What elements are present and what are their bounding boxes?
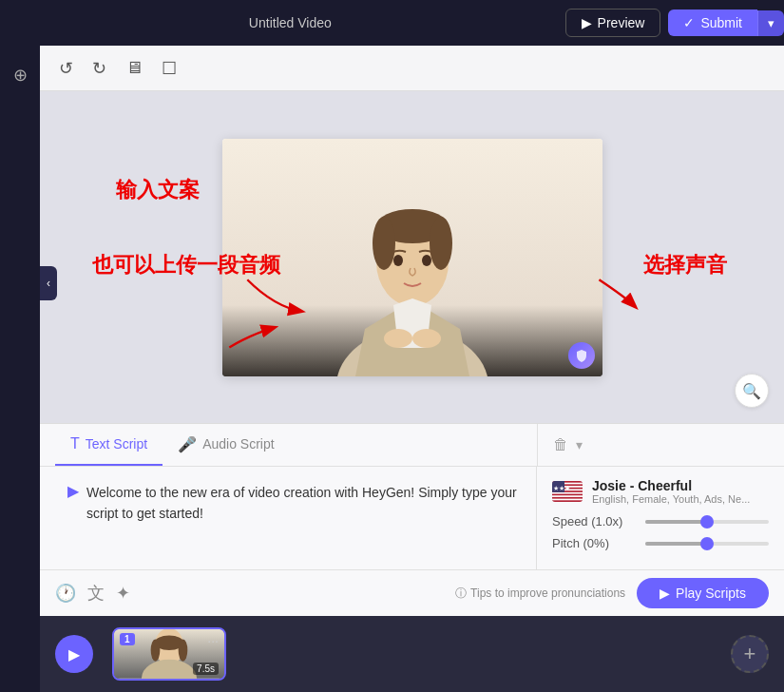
- canvas-area: 🔍 也可以上传一段音频 选择声音 输入文案: [40, 91, 784, 423]
- play-scripts-button[interactable]: ▶ Play Scripts: [637, 578, 769, 608]
- voice-panel: ★★★ Josie - Cheerful English, Female, Yo…: [537, 467, 784, 569]
- avatar-svg: [222, 139, 602, 376]
- zoom-button[interactable]: 🔍: [735, 374, 769, 408]
- svg-point-10: [412, 329, 441, 348]
- zoom-icon: 🔍: [742, 382, 761, 400]
- svg-point-5: [373, 217, 395, 270]
- info-icon: ⓘ: [455, 586, 467, 602]
- svg-point-8: [422, 255, 431, 266]
- left-sidebar: ⊕: [0, 46, 40, 692]
- content-area: ↺ ↻ 🖥 ☐: [40, 46, 784, 692]
- pitch-slider-track: [645, 542, 769, 546]
- voice-name: Josie - Cheerful: [592, 478, 769, 493]
- voice-chevron-button[interactable]: ▾: [576, 437, 583, 452]
- play-scripts-icon: ▶: [660, 586, 670, 601]
- tab-audio-script[interactable]: 🎤 Audio Script: [163, 424, 289, 466]
- tab-text-script[interactable]: T Text Script: [55, 424, 163, 466]
- script-bottom-row: 🕐 文 ✦ ⓘ Tips to improve pronunciations ▶…: [40, 569, 784, 616]
- timeline-play-button[interactable]: ▶: [55, 635, 93, 673]
- heygen-watermark: [568, 342, 595, 369]
- voice-info: Josie - Cheerful English, Female, Youth,…: [592, 478, 769, 505]
- timeline: ▶: [40, 616, 784, 692]
- script-tabs: T Text Script 🎤 Audio Script: [40, 424, 537, 466]
- script-text-area: ▶ Welcome to the new era of video creati…: [40, 467, 537, 569]
- translate-icon[interactable]: 文: [87, 582, 105, 605]
- script-content-row: ▶ Welcome to the new era of video creati…: [40, 467, 784, 569]
- svg-rect-15: [552, 492, 583, 494]
- video-canvas: [222, 139, 602, 376]
- square-button[interactable]: ☐: [158, 54, 181, 83]
- speed-slider-thumb[interactable]: [700, 515, 714, 529]
- clip-duration: 7.5s: [193, 663, 219, 675]
- pitch-label: Pitch (0%): [552, 536, 638, 550]
- check-icon: ✓: [683, 15, 695, 30]
- chevron-down-icon: ▾: [768, 16, 774, 30]
- pitch-slider-thumb[interactable]: [700, 537, 714, 550]
- redo-button[interactable]: ↻: [88, 54, 110, 83]
- script-play-icon[interactable]: ▶: [67, 482, 79, 500]
- voice-item[interactable]: ★★★ Josie - Cheerful English, Female, Yo…: [552, 478, 769, 505]
- annotation-input: 输入文案: [116, 176, 200, 204]
- main-layout: ⊕ ‹ ↺ ↻ 🖥 ☐: [0, 46, 784, 692]
- svg-rect-17: [552, 499, 583, 501]
- speed-slider-fill: [645, 520, 707, 524]
- script-panel: T Text Script 🎤 Audio Script 🗑 ▾: [40, 423, 784, 616]
- submit-dropdown-button[interactable]: ▾: [757, 10, 784, 36]
- mic-icon: 🎤: [178, 435, 197, 453]
- timeline-clip[interactable]: 1 7.5s ···: [112, 627, 226, 681]
- svg-point-7: [393, 255, 403, 266]
- sidebar-icon-1[interactable]: ⊕: [13, 65, 28, 86]
- pitch-slider-fill: [645, 542, 707, 546]
- sidebar-collapse-button[interactable]: ‹: [40, 266, 57, 300]
- video-title: Untitled Video: [249, 15, 332, 30]
- speed-slider-row: Speed (1.0x): [552, 514, 769, 529]
- speed-slider-track: [645, 520, 769, 524]
- svg-point-9: [384, 329, 412, 348]
- toolbar: ↺ ↻ 🖥 ☐: [40, 46, 784, 91]
- script-content[interactable]: Welcome to the new era of video creation…: [86, 482, 521, 525]
- flag-us-icon: ★★★: [552, 481, 583, 502]
- pitch-slider-row: Pitch (0%): [552, 536, 769, 550]
- ai-icon[interactable]: ✦: [116, 583, 130, 604]
- tips-text: ⓘ Tips to improve pronunciations: [455, 586, 625, 602]
- play-icon: ▶: [582, 15, 592, 30]
- preview-button[interactable]: ▶ Preview: [565, 9, 661, 37]
- topbar: Untitled Video ▶ Preview ✓ Submit ▾: [0, 0, 784, 46]
- undo-button[interactable]: ↺: [55, 54, 77, 83]
- svg-rect-16: [552, 495, 583, 497]
- svg-text:★★★: ★★★: [553, 485, 570, 491]
- clip-menu-button[interactable]: ···: [207, 633, 219, 648]
- text-tab-icon: T: [70, 435, 80, 452]
- avatar-background: [222, 139, 602, 376]
- clip-number: 1: [120, 633, 135, 645]
- svg-point-24: [179, 639, 188, 661]
- submit-button[interactable]: ✓ Submit: [668, 10, 757, 36]
- add-clip-button[interactable]: +: [731, 635, 769, 673]
- timeline-play-icon: ▶: [68, 645, 80, 663]
- add-icon: +: [744, 642, 756, 666]
- svg-point-6: [430, 217, 452, 270]
- monitor-button[interactable]: 🖥: [122, 54, 146, 82]
- voice-description: English, Female, Youth, Ads, Ne...: [592, 493, 769, 505]
- speed-label: Speed (1.0x): [552, 514, 638, 529]
- annotation-voice: 选择声音: [643, 251, 727, 279]
- svg-point-23: [151, 639, 161, 661]
- timeline-track: 1 7.5s ···: [105, 627, 719, 681]
- voice-trash-button[interactable]: 🗑: [553, 436, 568, 453]
- clock-icon[interactable]: 🕐: [55, 583, 76, 604]
